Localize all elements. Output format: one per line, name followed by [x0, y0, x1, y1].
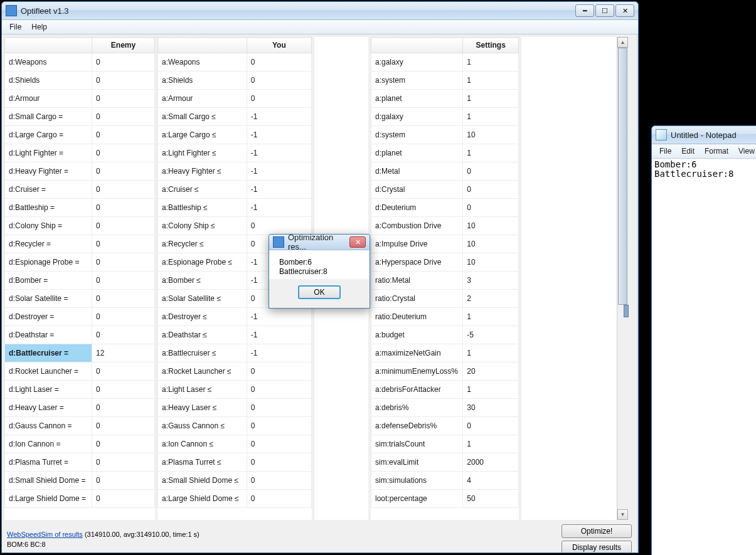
row-label[interactable]: d:Heavy Laser =: [5, 399, 92, 417]
table-row[interactable]: d:Small Cargo =0: [5, 108, 155, 126]
row-label[interactable]: a:debrisForAttacker: [371, 381, 463, 399]
row-label[interactable]: a:Large Cargo ≤: [158, 126, 247, 144]
table-row[interactable]: d:system10: [371, 126, 519, 144]
row-value[interactable]: 20: [463, 362, 519, 381]
row-label[interactable]: a:Solar Satellite ≤: [158, 290, 247, 308]
row-value[interactable]: 0: [92, 53, 155, 71]
row-value[interactable]: 0: [247, 435, 311, 453]
table-row[interactable]: d:Metal0: [371, 162, 519, 181]
table-row[interactable]: d:Battleship =0: [5, 199, 155, 217]
row-value[interactable]: 0: [463, 162, 519, 181]
row-value[interactable]: 0: [247, 362, 311, 381]
row-label[interactable]: a:Rocket Launcher ≤: [158, 362, 247, 381]
table-row[interactable]: a:Rocket Launcher ≤0: [158, 362, 312, 381]
row-label[interactable]: a:Hyperspace Drive: [371, 253, 463, 272]
row-value[interactable]: 0: [92, 253, 155, 272]
row-value[interactable]: 1: [463, 344, 519, 362]
row-value[interactable]: 0: [92, 399, 155, 417]
table-row[interactable]: a:Gauss Cannon ≤0: [158, 417, 312, 435]
row-value[interactable]: 0: [92, 235, 155, 253]
row-label[interactable]: ratio:Deuterium: [371, 308, 463, 326]
row-label[interactable]: a:Armour: [158, 90, 247, 108]
row-label[interactable]: a:Recycler ≤: [158, 235, 247, 253]
table-row[interactable]: d:Plasma Turret =0: [5, 453, 155, 472]
table-row[interactable]: a:Plasma Turret ≤0: [158, 453, 312, 472]
row-label[interactable]: d:Bomber =: [5, 272, 92, 290]
row-value[interactable]: 10: [463, 217, 519, 235]
row-value[interactable]: -1: [247, 162, 311, 181]
table-row[interactable]: a:planet1: [371, 90, 519, 108]
row-value[interactable]: 4: [463, 472, 519, 490]
row-label[interactable]: a:Light Laser ≤: [158, 381, 247, 399]
row-label[interactable]: a:Bomber ≤: [158, 272, 247, 290]
table-row[interactable]: d:Weapons0: [5, 53, 155, 71]
row-label[interactable]: a:Espionage Probe ≤: [158, 253, 247, 272]
close-button[interactable]: ✕: [615, 4, 634, 17]
row-label[interactable]: d:Large Cargo =: [5, 126, 92, 144]
row-label[interactable]: d:Battlecruiser =: [5, 344, 92, 362]
table-row[interactable]: a:Ion Cannon ≤0: [158, 435, 312, 453]
row-value[interactable]: 0: [92, 108, 155, 126]
row-value[interactable]: 0: [247, 417, 311, 435]
row-value[interactable]: 0: [92, 290, 155, 308]
settings-header[interactable]: Settings: [463, 38, 519, 53]
row-label[interactable]: d:planet: [371, 144, 463, 162]
table-row[interactable]: a:Small Shield Dome ≤0: [158, 472, 312, 490]
row-value[interactable]: 0: [92, 126, 155, 144]
row-label[interactable]: a:Heavy Fighter ≤: [158, 162, 247, 181]
row-value[interactable]: 0: [247, 453, 311, 472]
row-label[interactable]: a:budget: [371, 326, 463, 344]
row-label[interactable]: sim:simulations: [371, 472, 463, 490]
row-value[interactable]: 0: [92, 308, 155, 326]
row-value[interactable]: 0: [92, 490, 155, 508]
row-value[interactable]: 1: [463, 71, 519, 90]
row-value[interactable]: 0: [247, 90, 311, 108]
row-label[interactable]: a:Colony Ship ≤: [158, 217, 247, 235]
table-row[interactable]: loot:percentage50: [371, 490, 519, 508]
table-row[interactable]: a:maximizeNetGain1: [371, 344, 519, 362]
table-row[interactable]: a:Weapons0: [158, 53, 312, 71]
row-label[interactable]: d:Colony Ship =: [5, 217, 92, 235]
row-value[interactable]: 0: [92, 272, 155, 290]
dialog-titlebar[interactable]: Optimization res... ✕: [269, 235, 370, 250]
row-label[interactable]: d:Deuterium: [371, 199, 463, 217]
table-row[interactable]: a:Destroyer ≤-1: [158, 308, 312, 326]
notepad-menu-format[interactable]: Format: [700, 145, 733, 157]
row-value[interactable]: 0: [92, 362, 155, 381]
scroll-up-arrow-icon[interactable]: ▲: [617, 37, 628, 48]
row-value[interactable]: -5: [463, 326, 519, 344]
row-value[interactable]: 0: [92, 90, 155, 108]
table-row[interactable]: d:planet1: [371, 144, 519, 162]
minimize-button[interactable]: ━: [575, 4, 594, 17]
row-value[interactable]: 10: [463, 235, 519, 253]
table-row[interactable]: d:Shields0: [5, 71, 155, 90]
row-label[interactable]: d:Large Shield Dome =: [5, 490, 92, 508]
table-row[interactable]: a:Battlecruiser ≤-1: [158, 344, 312, 362]
row-value[interactable]: 1: [463, 53, 519, 71]
enemy-header[interactable]: Enemy: [92, 38, 155, 53]
row-label[interactable]: loot:percentage: [371, 490, 463, 508]
row-label[interactable]: a:minimumEnemyLoss%: [371, 362, 463, 381]
table-row[interactable]: d:Destroyer =0: [5, 308, 155, 326]
row-label[interactable]: a:Deathstar ≤: [158, 326, 247, 344]
table-row[interactable]: d:Recycler =0: [5, 235, 155, 253]
table-row[interactable]: a:budget-5: [371, 326, 519, 344]
notepad-titlebar[interactable]: Untitled - Notepad: [652, 126, 756, 144]
row-label[interactable]: d:Battleship =: [5, 199, 92, 217]
row-label[interactable]: a:Heavy Laser ≤: [158, 399, 247, 417]
row-label[interactable]: a:Destroyer ≤: [158, 308, 247, 326]
row-label[interactable]: a:Small Shield Dome ≤: [158, 472, 247, 490]
table-row[interactable]: d:Large Cargo =0: [5, 126, 155, 144]
table-row[interactable]: a:Large Cargo ≤-1: [158, 126, 312, 144]
row-value[interactable]: 0: [463, 181, 519, 199]
row-label[interactable]: ratio:Metal: [371, 272, 463, 290]
table-row[interactable]: sim:evalLimit2000: [371, 453, 519, 472]
row-value[interactable]: 1: [463, 144, 519, 162]
row-value[interactable]: 2000: [463, 453, 519, 472]
row-value[interactable]: 0: [247, 490, 311, 508]
row-label[interactable]: a:Battleship ≤: [158, 199, 247, 217]
table-row[interactable]: d:Ion Cannon =0: [5, 435, 155, 453]
row-label[interactable]: a:Small Cargo ≤: [158, 108, 247, 126]
row-label[interactable]: d:Solar Satellite =: [5, 290, 92, 308]
row-value[interactable]: -1: [247, 144, 311, 162]
